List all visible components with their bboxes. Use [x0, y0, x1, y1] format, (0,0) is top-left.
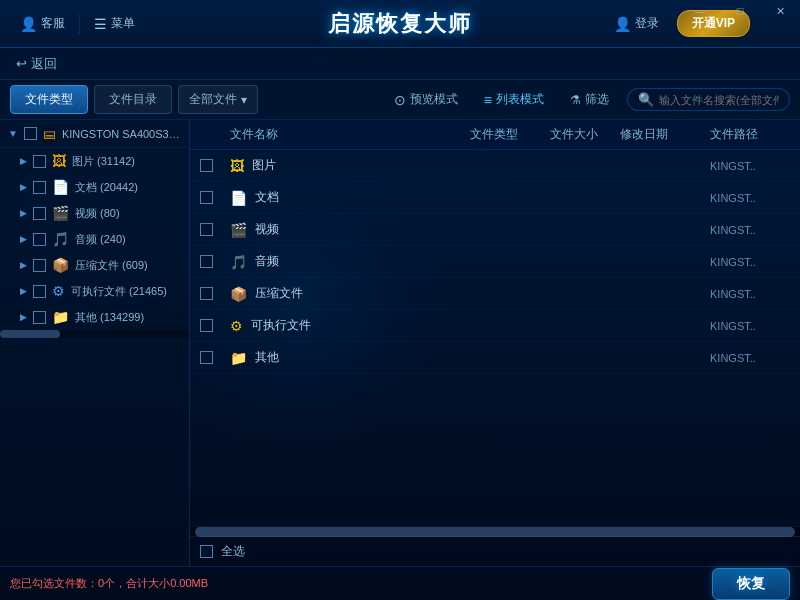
others-checkbox[interactable] — [33, 311, 46, 324]
executables-icon: ⚙ — [52, 283, 65, 299]
audio-checkbox[interactable] — [33, 233, 46, 246]
select-all-checkbox[interactable] — [200, 545, 213, 558]
row-path: KINGST.. — [710, 192, 790, 204]
table-header: 文件名称 文件类型 文件大小 修改日期 文件路径 — [190, 120, 800, 150]
login-button[interactable]: 👤 登录 — [604, 11, 669, 36]
folder-icon: 📄 — [230, 190, 247, 206]
table-row[interactable]: 🖼图片 KINGST.. — [190, 150, 800, 182]
file-list-scrollbar-thumb — [195, 527, 795, 537]
table-row[interactable]: 📁其他 KINGST.. — [190, 342, 800, 374]
list-icon: ≡ — [484, 92, 492, 108]
customer-service-button[interactable]: 👤 客服 — [10, 11, 75, 36]
sidebar-item-archives[interactable]: ▶ 📦 压缩文件 (609) — [0, 252, 189, 278]
sidebar-item-executables[interactable]: ▶ ⚙ 可执行文件 (21465) — [0, 278, 189, 304]
archives-checkbox[interactable] — [33, 259, 46, 272]
expand-icon: ▶ — [20, 182, 27, 192]
sidebar-item-audio[interactable]: ▶ 🎵 音频 (240) — [0, 226, 189, 252]
images-checkbox[interactable] — [33, 155, 46, 168]
preview-mode-button[interactable]: ⊙ 预览模式 — [386, 87, 466, 112]
all-files-dropdown[interactable]: 全部文件 ▾ — [178, 85, 258, 114]
folder-icon: 🎵 — [230, 254, 247, 270]
executables-checkbox[interactable] — [33, 285, 46, 298]
row-checkbox-3[interactable] — [200, 255, 213, 268]
table-row[interactable]: 🎬视频 KINGST.. — [190, 214, 800, 246]
file-size: 0.00MB — [170, 577, 208, 589]
row-path: KINGST.. — [710, 320, 790, 332]
expand-icon: ▶ — [20, 156, 27, 166]
row-check[interactable] — [200, 255, 230, 268]
minimize-button[interactable]: — — [680, 0, 720, 22]
row-check[interactable] — [200, 351, 230, 364]
row-checkbox-5[interactable] — [200, 319, 213, 332]
search-input[interactable] — [659, 94, 779, 106]
user-icon: 👤 — [614, 16, 631, 32]
expand-icon: ▶ — [20, 312, 27, 322]
file-list-scrollbar[interactable] — [190, 526, 800, 536]
folder-icon: 📁 — [230, 350, 247, 366]
folder-icon: 📦 — [230, 286, 247, 302]
table-row[interactable]: ⚙可执行文件 KINGST.. — [190, 310, 800, 342]
row-checkbox-4[interactable] — [200, 287, 213, 300]
search-box: 🔍 — [627, 88, 790, 111]
sidebar-item-videos[interactable]: ▶ 🎬 视频 (80) — [0, 200, 189, 226]
row-check[interactable] — [200, 287, 230, 300]
expand-icon: ▼ — [8, 128, 18, 139]
drive-header[interactable]: ▼ 🖴 KINGSTON SA400S3748 — [0, 120, 189, 148]
th-size: 文件大小 — [550, 126, 620, 143]
th-path: 文件路径 — [710, 126, 790, 143]
footer-select-area: 全选 — [190, 536, 800, 566]
sidebar-item-others[interactable]: ▶ 📁 其他 (134299) — [0, 304, 189, 330]
row-check[interactable] — [200, 159, 230, 172]
videos-checkbox[interactable] — [33, 207, 46, 220]
close-button[interactable]: ✕ — [760, 0, 800, 22]
table-body: 🖼图片 KINGST.. 📄文档 KINGST.. 🎬视频 — [190, 150, 800, 526]
select-all-label: 全选 — [221, 543, 245, 560]
row-check[interactable] — [200, 319, 230, 332]
row-checkbox-6[interactable] — [200, 351, 213, 364]
table-row[interactable]: 📄文档 KINGST.. — [190, 182, 800, 214]
list-mode-button[interactable]: ≡ 列表模式 — [476, 87, 552, 112]
back-button[interactable]: ↩ 返回 — [8, 52, 65, 76]
audio-icon: 🎵 — [52, 231, 69, 247]
folder-icon: 🖼 — [230, 158, 244, 174]
file-type-tab[interactable]: 文件类型 — [10, 85, 88, 114]
row-name: 📄文档 — [230, 189, 470, 206]
sidebar-scrollbar[interactable] — [0, 330, 189, 338]
table-row[interactable]: 🎵音频 KINGST.. — [190, 246, 800, 278]
documents-checkbox[interactable] — [33, 181, 46, 194]
row-check[interactable] — [200, 191, 230, 204]
expand-icon: ▶ — [20, 260, 27, 270]
menu-button[interactable]: ☰ 菜单 — [84, 11, 145, 36]
row-check[interactable] — [200, 223, 230, 236]
preview-icon: ⊙ — [394, 92, 406, 108]
status-text: 您已勾选文件数：0个，合计大小0.00MB — [10, 576, 208, 591]
toolbar: 文件类型 文件目录 全部文件 ▾ ⊙ 预览模式 ≡ 列表模式 ⚗ 筛选 🔍 — [0, 80, 800, 120]
filter-button[interactable]: ⚗ 筛选 — [562, 87, 617, 112]
customer-service-icon: 👤 — [20, 16, 37, 32]
th-date: 修改日期 — [620, 126, 710, 143]
filter-icon: ⚗ — [570, 93, 581, 107]
table-row[interactable]: 📦压缩文件 KINGST.. — [190, 278, 800, 310]
others-icon: 📁 — [52, 309, 69, 325]
sidebar-item-documents[interactable]: ▶ 📄 文档 (20442) — [0, 174, 189, 200]
back-arrow-icon: ↩ — [16, 56, 27, 71]
sidebar-scrollbar-thumb — [0, 330, 60, 338]
app-title: 启源恢复大师 — [328, 11, 472, 36]
row-checkbox-0[interactable] — [200, 159, 213, 172]
file-directory-tab[interactable]: 文件目录 — [94, 85, 172, 114]
row-name: 📦压缩文件 — [230, 285, 470, 302]
row-path: KINGST.. — [710, 288, 790, 300]
folder-icon: ⚙ — [230, 318, 243, 334]
titlebar-left: 👤 客服 ☰ 菜单 — [0, 11, 200, 36]
toolbar-right: ⊙ 预览模式 ≡ 列表模式 ⚗ 筛选 🔍 — [386, 87, 790, 112]
expand-icon: ▶ — [20, 234, 27, 244]
row-path: KINGST.. — [710, 160, 790, 172]
recover-button[interactable]: 恢复 — [712, 568, 790, 600]
drive-checkbox[interactable] — [24, 127, 37, 140]
row-name: 📁其他 — [230, 349, 470, 366]
sidebar-item-images[interactable]: ▶ 🖼 图片 (31142) — [0, 148, 189, 174]
row-checkbox-2[interactable] — [200, 223, 213, 236]
maximize-button[interactable]: □ — [720, 0, 760, 22]
row-checkbox-1[interactable] — [200, 191, 213, 204]
file-list-area: 文件名称 文件类型 文件大小 修改日期 文件路径 🖼图片 KINGST.. 📄文… — [190, 120, 800, 566]
